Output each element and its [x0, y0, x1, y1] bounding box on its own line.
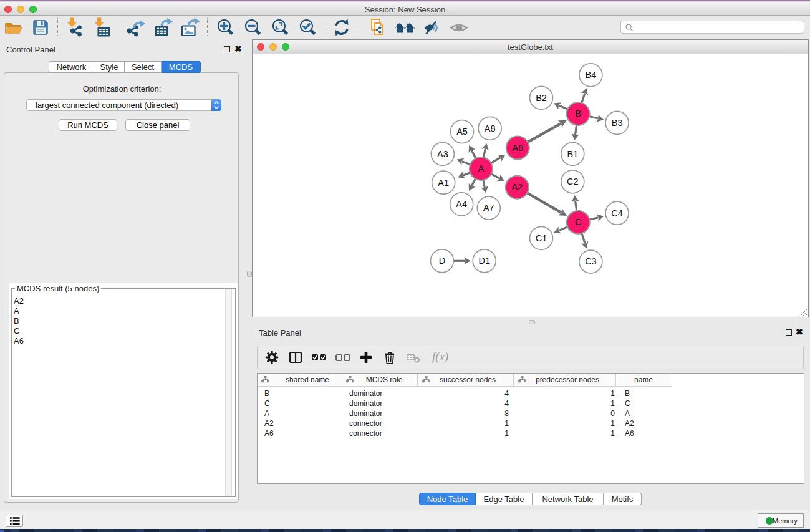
svg-text:C3: C3	[585, 256, 597, 266]
svg-text:A2: A2	[511, 182, 523, 192]
svg-text:A7: A7	[483, 203, 494, 213]
svg-text:C1: C1	[536, 233, 547, 243]
svg-text:B4: B4	[586, 70, 597, 80]
svg-text:C2: C2	[567, 177, 579, 186]
svg-text:A4: A4	[456, 199, 467, 209]
svg-text:C4: C4	[611, 208, 623, 218]
svg-text:A6: A6	[512, 143, 523, 153]
svg-text:A3: A3	[437, 149, 448, 159]
svg-text:A1: A1	[438, 178, 449, 188]
svg-text:D: D	[439, 256, 445, 266]
svg-text:B: B	[575, 109, 581, 118]
svg-text:C: C	[575, 217, 581, 227]
svg-text:A5: A5	[456, 127, 468, 137]
svg-text:A8: A8	[485, 123, 496, 133]
svg-text:B2: B2	[536, 93, 547, 103]
svg-text:D1: D1	[478, 256, 490, 266]
svg-text:A: A	[478, 163, 485, 173]
svg-text:B1: B1	[567, 149, 578, 159]
svg-text:B3: B3	[612, 118, 623, 128]
